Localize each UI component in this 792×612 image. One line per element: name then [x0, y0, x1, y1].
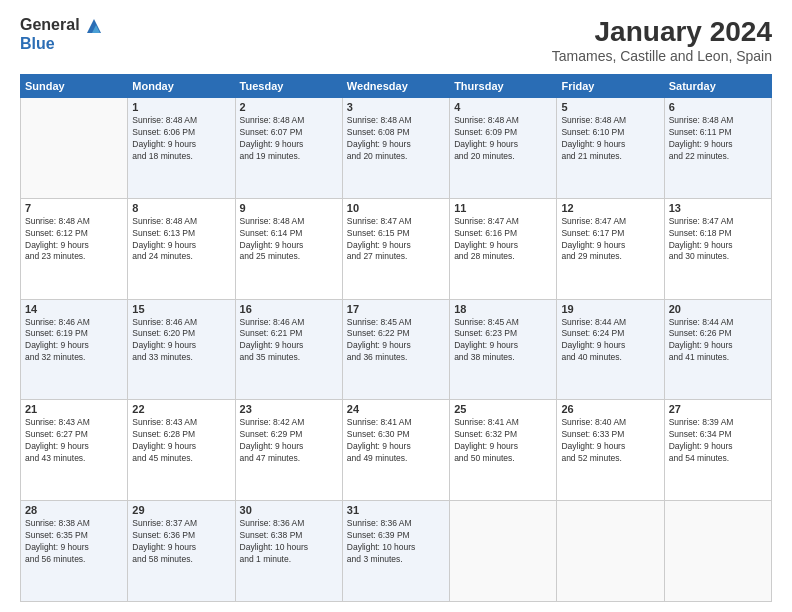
calendar-day-cell: 11Sunrise: 8:47 AM Sunset: 6:16 PM Dayli…	[450, 198, 557, 299]
day-info: Sunrise: 8:41 AM Sunset: 6:32 PM Dayligh…	[454, 417, 552, 465]
page: General Blue January 2024 Tamames, Casti…	[0, 0, 792, 612]
calendar-day-cell: 23Sunrise: 8:42 AM Sunset: 6:29 PM Dayli…	[235, 400, 342, 501]
day-number: 11	[454, 202, 552, 214]
calendar-day-cell: 29Sunrise: 8:37 AM Sunset: 6:36 PM Dayli…	[128, 501, 235, 602]
page-subtitle: Tamames, Castille and Leon, Spain	[552, 48, 772, 64]
title-block: January 2024 Tamames, Castille and Leon,…	[552, 16, 772, 64]
day-number: 14	[25, 303, 123, 315]
day-info: Sunrise: 8:47 AM Sunset: 6:16 PM Dayligh…	[454, 216, 552, 264]
day-info: Sunrise: 8:37 AM Sunset: 6:36 PM Dayligh…	[132, 518, 230, 566]
calendar-day-cell: 4Sunrise: 8:48 AM Sunset: 6:09 PM Daylig…	[450, 98, 557, 199]
day-info: Sunrise: 8:47 AM Sunset: 6:18 PM Dayligh…	[669, 216, 767, 264]
day-of-week-header: Saturday	[664, 75, 771, 98]
calendar-day-cell: 9Sunrise: 8:48 AM Sunset: 6:14 PM Daylig…	[235, 198, 342, 299]
calendar-day-cell: 15Sunrise: 8:46 AM Sunset: 6:20 PM Dayli…	[128, 299, 235, 400]
day-info: Sunrise: 8:45 AM Sunset: 6:22 PM Dayligh…	[347, 317, 445, 365]
calendar-header-row: SundayMondayTuesdayWednesdayThursdayFrid…	[21, 75, 772, 98]
calendar-week-row: 7Sunrise: 8:48 AM Sunset: 6:12 PM Daylig…	[21, 198, 772, 299]
day-number: 30	[240, 504, 338, 516]
day-of-week-header: Friday	[557, 75, 664, 98]
calendar-day-cell: 16Sunrise: 8:46 AM Sunset: 6:21 PM Dayli…	[235, 299, 342, 400]
day-number: 12	[561, 202, 659, 214]
day-number: 22	[132, 403, 230, 415]
day-number: 17	[347, 303, 445, 315]
day-info: Sunrise: 8:48 AM Sunset: 6:14 PM Dayligh…	[240, 216, 338, 264]
calendar-day-cell: 13Sunrise: 8:47 AM Sunset: 6:18 PM Dayli…	[664, 198, 771, 299]
day-number: 20	[669, 303, 767, 315]
calendar-table: SundayMondayTuesdayWednesdayThursdayFrid…	[20, 74, 772, 602]
calendar-day-cell: 20Sunrise: 8:44 AM Sunset: 6:26 PM Dayli…	[664, 299, 771, 400]
day-info: Sunrise: 8:39 AM Sunset: 6:34 PM Dayligh…	[669, 417, 767, 465]
calendar-day-cell: 5Sunrise: 8:48 AM Sunset: 6:10 PM Daylig…	[557, 98, 664, 199]
calendar-week-row: 14Sunrise: 8:46 AM Sunset: 6:19 PM Dayli…	[21, 299, 772, 400]
calendar-day-cell: 31Sunrise: 8:36 AM Sunset: 6:39 PM Dayli…	[342, 501, 449, 602]
logo: General Blue	[20, 16, 103, 53]
calendar-day-cell: 2Sunrise: 8:48 AM Sunset: 6:07 PM Daylig…	[235, 98, 342, 199]
day-number: 31	[347, 504, 445, 516]
day-info: Sunrise: 8:48 AM Sunset: 6:07 PM Dayligh…	[240, 115, 338, 163]
day-number: 9	[240, 202, 338, 214]
day-info: Sunrise: 8:36 AM Sunset: 6:39 PM Dayligh…	[347, 518, 445, 566]
calendar-day-cell: 27Sunrise: 8:39 AM Sunset: 6:34 PM Dayli…	[664, 400, 771, 501]
calendar-day-cell: 3Sunrise: 8:48 AM Sunset: 6:08 PM Daylig…	[342, 98, 449, 199]
calendar-day-cell: 8Sunrise: 8:48 AM Sunset: 6:13 PM Daylig…	[128, 198, 235, 299]
calendar-day-cell	[664, 501, 771, 602]
day-number: 5	[561, 101, 659, 113]
day-info: Sunrise: 8:48 AM Sunset: 6:11 PM Dayligh…	[669, 115, 767, 163]
calendar-day-cell: 10Sunrise: 8:47 AM Sunset: 6:15 PM Dayli…	[342, 198, 449, 299]
day-number: 10	[347, 202, 445, 214]
calendar-day-cell: 18Sunrise: 8:45 AM Sunset: 6:23 PM Dayli…	[450, 299, 557, 400]
day-number: 19	[561, 303, 659, 315]
calendar-day-cell: 19Sunrise: 8:44 AM Sunset: 6:24 PM Dayli…	[557, 299, 664, 400]
day-info: Sunrise: 8:36 AM Sunset: 6:38 PM Dayligh…	[240, 518, 338, 566]
day-info: Sunrise: 8:48 AM Sunset: 6:06 PM Dayligh…	[132, 115, 230, 163]
calendar-day-cell: 7Sunrise: 8:48 AM Sunset: 6:12 PM Daylig…	[21, 198, 128, 299]
calendar-day-cell: 28Sunrise: 8:38 AM Sunset: 6:35 PM Dayli…	[21, 501, 128, 602]
day-number: 21	[25, 403, 123, 415]
day-of-week-header: Wednesday	[342, 75, 449, 98]
calendar-day-cell	[450, 501, 557, 602]
calendar-day-cell: 14Sunrise: 8:46 AM Sunset: 6:19 PM Dayli…	[21, 299, 128, 400]
day-info: Sunrise: 8:38 AM Sunset: 6:35 PM Dayligh…	[25, 518, 123, 566]
day-info: Sunrise: 8:43 AM Sunset: 6:27 PM Dayligh…	[25, 417, 123, 465]
calendar-day-cell: 21Sunrise: 8:43 AM Sunset: 6:27 PM Dayli…	[21, 400, 128, 501]
day-number: 7	[25, 202, 123, 214]
day-number: 23	[240, 403, 338, 415]
day-info: Sunrise: 8:44 AM Sunset: 6:24 PM Dayligh…	[561, 317, 659, 365]
day-info: Sunrise: 8:48 AM Sunset: 6:08 PM Dayligh…	[347, 115, 445, 163]
calendar-day-cell: 24Sunrise: 8:41 AM Sunset: 6:30 PM Dayli…	[342, 400, 449, 501]
day-info: Sunrise: 8:48 AM Sunset: 6:10 PM Dayligh…	[561, 115, 659, 163]
calendar-day-cell: 30Sunrise: 8:36 AM Sunset: 6:38 PM Dayli…	[235, 501, 342, 602]
day-number: 2	[240, 101, 338, 113]
logo-blue: Blue	[20, 35, 103, 53]
day-number: 15	[132, 303, 230, 315]
day-info: Sunrise: 8:47 AM Sunset: 6:15 PM Dayligh…	[347, 216, 445, 264]
calendar-day-cell	[21, 98, 128, 199]
day-number: 18	[454, 303, 552, 315]
day-of-week-header: Sunday	[21, 75, 128, 98]
day-number: 16	[240, 303, 338, 315]
day-info: Sunrise: 8:48 AM Sunset: 6:09 PM Dayligh…	[454, 115, 552, 163]
day-info: Sunrise: 8:48 AM Sunset: 6:12 PM Dayligh…	[25, 216, 123, 264]
day-info: Sunrise: 8:44 AM Sunset: 6:26 PM Dayligh…	[669, 317, 767, 365]
page-title: January 2024	[552, 16, 772, 48]
day-number: 8	[132, 202, 230, 214]
day-number: 3	[347, 101, 445, 113]
day-info: Sunrise: 8:47 AM Sunset: 6:17 PM Dayligh…	[561, 216, 659, 264]
day-number: 28	[25, 504, 123, 516]
day-of-week-header: Monday	[128, 75, 235, 98]
day-of-week-header: Tuesday	[235, 75, 342, 98]
day-number: 26	[561, 403, 659, 415]
day-number: 27	[669, 403, 767, 415]
calendar-day-cell: 12Sunrise: 8:47 AM Sunset: 6:17 PM Dayli…	[557, 198, 664, 299]
calendar-day-cell: 6Sunrise: 8:48 AM Sunset: 6:11 PM Daylig…	[664, 98, 771, 199]
header: General Blue January 2024 Tamames, Casti…	[20, 16, 772, 64]
day-info: Sunrise: 8:46 AM Sunset: 6:20 PM Dayligh…	[132, 317, 230, 365]
day-number: 6	[669, 101, 767, 113]
day-number: 1	[132, 101, 230, 113]
day-info: Sunrise: 8:46 AM Sunset: 6:19 PM Dayligh…	[25, 317, 123, 365]
day-number: 4	[454, 101, 552, 113]
calendar-day-cell	[557, 501, 664, 602]
day-info: Sunrise: 8:41 AM Sunset: 6:30 PM Dayligh…	[347, 417, 445, 465]
calendar-day-cell: 1Sunrise: 8:48 AM Sunset: 6:06 PM Daylig…	[128, 98, 235, 199]
